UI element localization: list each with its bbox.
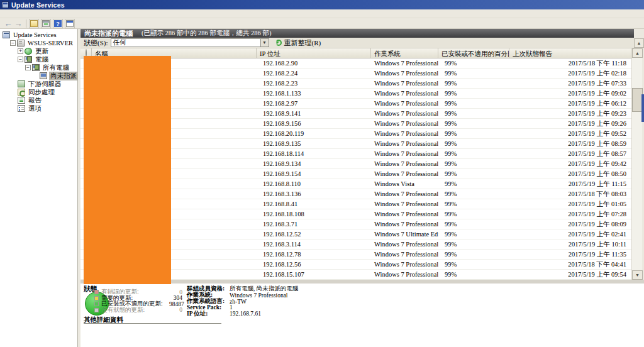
row-percent-cell: 99% (438, 130, 509, 137)
chevron-down-icon[interactable]: ▼ (260, 39, 269, 47)
tree-item-icon (25, 56, 32, 63)
tree-item[interactable]: − 所有電腦 (0, 63, 77, 72)
row-ip-cell: 192.168.15.107 (257, 271, 371, 278)
row-ip-cell: 192.168.18.108 (257, 211, 371, 218)
pane-scroll-up-button[interactable]: ▲ (634, 38, 644, 48)
row-os-cell: Windows 7 Professional (371, 170, 438, 177)
legend-value: 0 (161, 289, 182, 295)
tree-item[interactable]: 同步處理 (0, 88, 77, 96)
row-percent-cell: 99% (438, 110, 509, 117)
tree-item[interactable]: + 更新 (0, 47, 77, 55)
forward-icon[interactable]: → (13, 19, 23, 28)
tree-item-icon (25, 48, 32, 55)
tree-expander[interactable]: − (25, 65, 31, 70)
status-filter-dropdown[interactable]: 任何 ▼ (111, 38, 269, 47)
row-ip-cell: 192.168.12.52 (257, 231, 371, 238)
tree-item-icon (18, 105, 25, 112)
tree-item-label: 更新 (34, 47, 50, 56)
column-header-last-report[interactable]: 上次狀態報告 (509, 48, 631, 58)
row-last-report-cell: 2017/5/18 下午 11:18 (509, 59, 631, 68)
help-icon[interactable]: ? (53, 19, 63, 28)
row-ip-cell: 192.168.20.119 (257, 130, 371, 137)
row-percent-cell: 99% (438, 100, 509, 107)
row-ip-cell: 192.168.8.110 (257, 180, 371, 187)
row-os-cell: Windows 7 Professional (371, 100, 438, 107)
toolbar: ← → ? (0, 18, 644, 29)
row-last-report-cell: 2017/5/19 上午 09:42 (509, 160, 631, 168)
row-ip-cell: 192.168.12.78 (257, 251, 371, 258)
tree-item[interactable]: − 電腦 (0, 55, 77, 63)
tree-expander[interactable]: − (18, 57, 23, 62)
window-edge-artifact (641, 94, 644, 122)
table-vertical-scrollbar[interactable]: ▲ ▼ (631, 48, 642, 280)
tree-item[interactable]: Update Services (0, 31, 77, 39)
row-os-cell: Windows 7 Professional (371, 120, 438, 127)
back-icon[interactable]: ← (3, 19, 13, 28)
row-percent-cell: 99% (438, 60, 509, 67)
tree-item[interactable]: 下游伺服器 (0, 80, 77, 88)
sort-ascending-icon: △ (504, 51, 507, 56)
show-console-tree-icon[interactable] (41, 19, 51, 28)
tree-item-label: 尚未指派的電腦 (49, 72, 78, 80)
tree-item-icon (3, 31, 10, 38)
tree-item-label: WSUS-SERVER (26, 40, 74, 47)
row-os-cell: Windows 7 Professional (371, 221, 438, 228)
filter-bar: 狀態(S): 任何 ▼ 重新整理(R) (80, 38, 634, 48)
legend-swatch (94, 302, 99, 306)
row-os-cell: Windows 7 Professional (371, 150, 438, 157)
row-last-report-cell: 2017/5/19 上午 11:15 (509, 180, 631, 189)
tree-item[interactable]: 報告 (0, 96, 77, 104)
info-value: 192.168.7.61 (230, 311, 261, 317)
tree-item[interactable]: 尚未指派的電腦 (0, 72, 77, 80)
row-ip-cell: 192.168.2.24 (257, 70, 371, 77)
row-ip-cell: 192.168.3.114 (257, 241, 371, 248)
column-header-os[interactable]: 作業系統 (371, 48, 438, 58)
export-list-icon[interactable] (29, 19, 39, 28)
row-percent-cell: 99% (438, 150, 509, 157)
legend-swatch (94, 290, 99, 294)
tree-item-icon (17, 40, 25, 47)
status-filter-value: 任何 (113, 38, 126, 47)
legend-swatch (94, 308, 99, 312)
row-percent-cell: 99% (438, 271, 509, 278)
view-summary: (已顯示 286 部中的 286 部電腦，總共 286 部) (142, 29, 272, 38)
refresh-button[interactable]: 重新整理(R) (275, 38, 321, 48)
row-last-report-cell: 2017/5/19 上午 08:50 (509, 170, 631, 179)
computer-info: 群組成員資格: 所有電腦, 尚未指派的電腦 作業系統: Windows 7 Pr… (187, 286, 375, 317)
tree-item[interactable]: 選項 (0, 104, 77, 113)
tree-expander[interactable]: − (10, 40, 16, 46)
row-os-cell: Windows 7 Professional (371, 140, 438, 147)
scroll-up-icon[interactable]: ▲ (632, 48, 643, 58)
row-ip-cell: 192.168.3.136 (257, 190, 371, 197)
tree-item-label: 電腦 (34, 55, 50, 64)
row-ip-cell: 192.168.1.133 (257, 90, 371, 97)
row-os-cell: Windows 7 Professional (371, 80, 438, 87)
info-row: IP 位址: 192.168.7.61 (187, 311, 375, 317)
row-last-report-cell: 2017/5/19 上午 09:23 (509, 109, 631, 118)
row-os-cell: Windows 7 Professional (371, 271, 438, 278)
row-os-cell: Windows 7 Professional (371, 130, 438, 137)
status-filter-label: 狀態(S): (84, 38, 108, 48)
row-last-report-cell: 2017/5/19 上午 07:28 (509, 210, 631, 219)
tree-item-icon (32, 64, 40, 71)
details-panel: 狀態 有錯誤的更新: 0 需要的更新: 304 已安裝或不適用的更新: 9848… (80, 284, 644, 347)
row-percent-cell: 99% (438, 170, 509, 177)
legend-item: 沒有狀態的更新: 0 (94, 307, 182, 314)
row-last-report-cell: 2017/5/19 上午 10:11 (509, 240, 631, 249)
tree-item-icon (18, 97, 25, 104)
scroll-down-icon[interactable]: ▼ (632, 270, 643, 280)
column-header-percent[interactable]: 已安裝或不適用的百分比 △ (438, 48, 509, 58)
row-os-cell: Windows 7 Professional (371, 211, 438, 218)
tree-expander[interactable]: + (18, 48, 23, 54)
view-header: 尚未指派的電腦 (已顯示 286 部中的 286 部電腦，總共 286 部) (80, 29, 634, 38)
show-action-pane-icon[interactable] (65, 19, 75, 28)
column-header-ip[interactable]: IP 位址 (257, 48, 371, 58)
info-value: Windows 7 Professional (230, 292, 288, 299)
tree-item[interactable]: − WSUS-SERVER (0, 39, 77, 47)
row-os-cell: Windows 7 Professional (371, 241, 438, 248)
row-last-report-cell: 2017/5/18 下午 08:03 (509, 190, 631, 199)
row-percent-cell: 99% (438, 190, 509, 197)
row-os-cell: Windows 7 Professional (371, 201, 438, 207)
row-last-report-cell: 2017/5/19 上午 07:33 (509, 79, 631, 88)
tree-item-icon (40, 72, 47, 79)
